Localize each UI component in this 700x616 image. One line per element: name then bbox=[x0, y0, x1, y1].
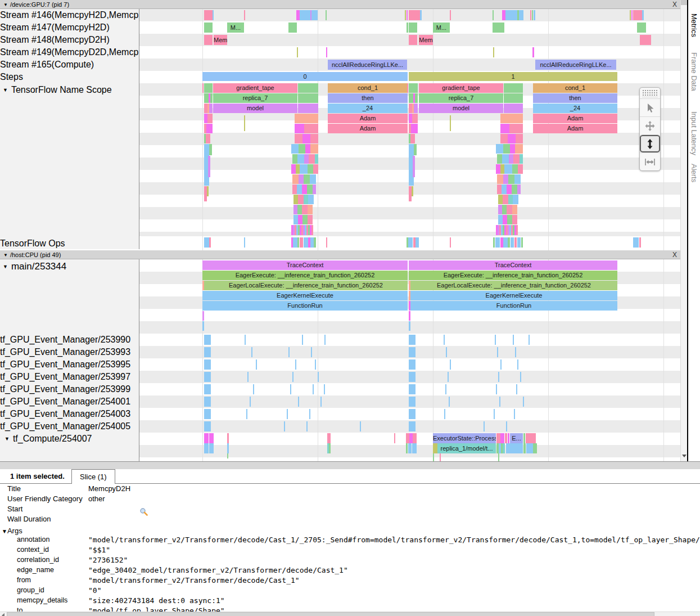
trace-event-bar[interactable] bbox=[326, 237, 327, 248]
trace-event-bar[interactable] bbox=[506, 421, 507, 431]
trace-event-bar[interactable] bbox=[515, 347, 516, 357]
trace-event-bar[interactable]: cond_1 bbox=[533, 83, 617, 93]
trace-event-bar[interactable] bbox=[498, 195, 503, 204]
trace-event-bar[interactable] bbox=[206, 134, 210, 143]
trace-event-bar[interactable] bbox=[293, 237, 297, 248]
trace-event-bar[interactable] bbox=[308, 164, 313, 174]
trace-event-bar[interactable] bbox=[518, 164, 523, 174]
trace-event-bar[interactable] bbox=[305, 144, 310, 154]
panel-drag-strip[interactable] bbox=[0, 462, 700, 469]
trace-event-bar[interactable] bbox=[306, 421, 308, 431]
trace-event-bar[interactable] bbox=[508, 237, 510, 248]
trace-event-bar[interactable] bbox=[407, 23, 408, 33]
trace-event-bar[interactable] bbox=[530, 10, 531, 20]
trace-event-bar[interactable] bbox=[450, 359, 451, 370]
trace-event-bar[interactable] bbox=[202, 83, 204, 93]
select-tool-button[interactable] bbox=[640, 98, 660, 116]
trace-event-bar[interactable] bbox=[298, 397, 299, 407]
trace-event-bar[interactable] bbox=[407, 10, 408, 20]
trace-event-bar[interactable] bbox=[208, 156, 210, 177]
trace-event-bar[interactable] bbox=[523, 443, 526, 453]
trace-event-bar[interactable] bbox=[244, 237, 245, 248]
trace-event-bar[interactable] bbox=[408, 237, 413, 248]
trace-event-bar[interactable] bbox=[503, 215, 507, 224]
trace-event-bar[interactable] bbox=[533, 443, 537, 453]
trace-event-bar[interactable] bbox=[513, 195, 518, 204]
trace-event-bar[interactable] bbox=[497, 347, 498, 357]
trace-event-bar[interactable] bbox=[517, 237, 521, 248]
trace-event-bar[interactable] bbox=[509, 154, 513, 164]
args-triangle-icon[interactable]: ▼ bbox=[2, 528, 7, 534]
trace-event-bar[interactable] bbox=[630, 10, 631, 20]
trace-event-bar[interactable] bbox=[204, 237, 209, 248]
trace-event-bar[interactable] bbox=[504, 164, 512, 174]
trace-event-bar[interactable]: _24 bbox=[328, 104, 408, 113]
trace-event-bar[interactable] bbox=[409, 311, 410, 321]
trace-event-bar[interactable] bbox=[494, 409, 495, 419]
trace-event-bar[interactable] bbox=[520, 372, 521, 382]
trace-event-bar[interactable] bbox=[505, 10, 517, 20]
trace-event-bar[interactable]: Adam bbox=[533, 124, 617, 133]
trace-event-bar[interactable] bbox=[506, 443, 523, 453]
trace-event-bar[interactable] bbox=[444, 409, 445, 419]
collapse-triangle-icon[interactable]: ▼ bbox=[4, 436, 10, 442]
trace-event-bar[interactable] bbox=[298, 104, 318, 113]
trace-event-bar[interactable] bbox=[247, 372, 249, 382]
trace-event-bar[interactable] bbox=[245, 335, 246, 345]
trace-event-bar[interactable] bbox=[244, 10, 245, 20]
trace-event-bar[interactable] bbox=[204, 409, 211, 419]
trace-event-bar[interactable] bbox=[292, 185, 297, 194]
tab-slice[interactable]: Slice (1) bbox=[71, 469, 115, 484]
trace-event-bar[interactable] bbox=[300, 237, 303, 248]
palette-grip-handle[interactable] bbox=[642, 89, 658, 97]
trace-event-bar[interactable] bbox=[508, 174, 514, 184]
trace-event-bar[interactable] bbox=[304, 237, 308, 248]
trace-event-bar[interactable] bbox=[313, 185, 316, 194]
trace-event-bar[interactable] bbox=[514, 174, 521, 184]
trace-event-bar[interactable] bbox=[503, 443, 505, 453]
trace-event-bar[interactable] bbox=[304, 154, 309, 164]
trace-event-bar[interactable] bbox=[291, 164, 296, 174]
trace-event-bar[interactable] bbox=[508, 433, 509, 443]
trace-event-bar[interactable] bbox=[209, 104, 213, 113]
trace-event-bar[interactable]: then bbox=[328, 93, 408, 103]
trace-event-bar[interactable] bbox=[295, 114, 318, 123]
trace-event-bar[interactable] bbox=[411, 124, 418, 133]
trace-event-bar[interactable] bbox=[409, 409, 416, 419]
trace-event-bar[interactable] bbox=[512, 185, 517, 194]
trace-event-bar[interactable] bbox=[204, 443, 209, 453]
trace-event-bar[interactable] bbox=[310, 134, 318, 143]
trace-event-bar[interactable] bbox=[308, 195, 314, 204]
trace-event-bar[interactable] bbox=[502, 205, 507, 214]
trace-event-bar[interactable] bbox=[300, 164, 308, 174]
trace-event-bar[interactable] bbox=[298, 215, 302, 224]
trace-event-bar[interactable] bbox=[633, 10, 642, 20]
trace-event-bar[interactable] bbox=[502, 185, 507, 194]
trace-event-bar[interactable]: M... bbox=[227, 23, 244, 33]
trace-event-bar[interactable] bbox=[244, 115, 245, 131]
trace-event-bar[interactable] bbox=[450, 237, 451, 248]
row-label-cpu[interactable]: ▼main/253344 bbox=[3, 261, 66, 272]
trace-event-bar[interactable] bbox=[297, 185, 302, 194]
trace-event-bar[interactable] bbox=[311, 225, 313, 235]
trace-event-bar[interactable] bbox=[360, 421, 361, 431]
trace-event-bar[interactable]: EagerKernelExecute bbox=[410, 291, 617, 300]
trace-event-bar[interactable] bbox=[204, 23, 213, 33]
trace-event-bar[interactable] bbox=[496, 144, 503, 154]
horizontal-scrollbar-thumb[interactable] bbox=[7, 612, 654, 616]
trace-event-bar[interactable] bbox=[502, 154, 509, 164]
trace-event-bar[interactable]: TraceContext bbox=[202, 260, 408, 270]
trace-event-bar[interactable] bbox=[204, 35, 213, 45]
collapse-triangle-icon[interactable]: ▼ bbox=[3, 87, 8, 93]
trace-event-bar[interactable] bbox=[207, 114, 213, 123]
trace-event-bar[interactable] bbox=[302, 215, 308, 224]
trace-event-bar[interactable] bbox=[500, 134, 508, 143]
trace-event-bar[interactable] bbox=[521, 237, 523, 248]
trace-event-bar[interactable] bbox=[534, 10, 535, 20]
trace-event-bar[interactable] bbox=[204, 433, 209, 443]
scroll-down-arrow-icon[interactable] bbox=[682, 455, 687, 457]
trace-event-bar[interactable] bbox=[637, 23, 646, 33]
trace-event-bar[interactable] bbox=[296, 164, 300, 174]
trace-event-bar[interactable] bbox=[409, 321, 410, 331]
trace-event-bar[interactable] bbox=[299, 174, 304, 184]
